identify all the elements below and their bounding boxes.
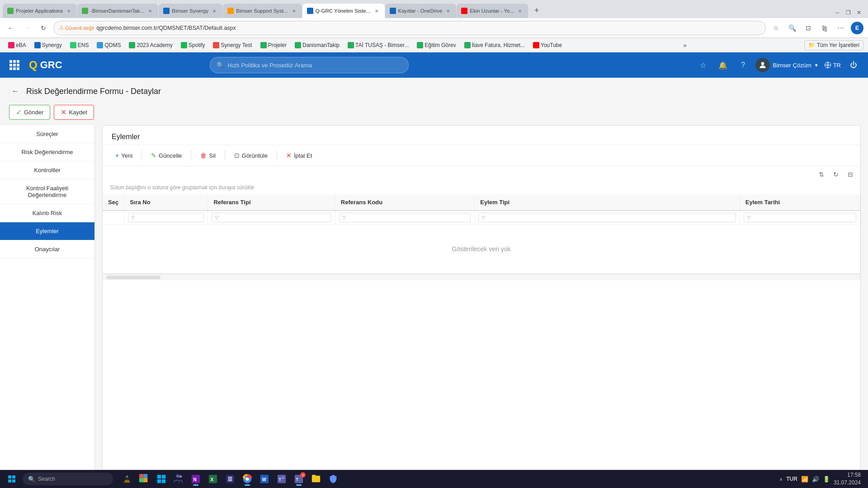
col-header-referans-kodu[interactable]: Referans Kodu <box>335 194 475 211</box>
bookmark-youtube[interactable]: YouTube <box>529 41 566 50</box>
tab-close[interactable]: ✕ <box>146 7 154 14</box>
update-button[interactable]: ✎ Güncelle <box>146 150 187 161</box>
filter-input-eylem-tipi[interactable]: ▽ <box>478 213 736 222</box>
delete-button[interactable]: 🗑 Sil <box>195 150 221 161</box>
tray-chevron-icon[interactable]: ∧ <box>779 477 783 482</box>
address-input[interactable]: ⚠ Güvenli değil qgrcdemo.bimser.com.tr/Q… <box>53 21 766 35</box>
tab-bimser-synergy[interactable]: Bimser Synergy ✕ <box>159 4 222 18</box>
sidebar-item-risk-degerlendirme[interactable]: Risk Değerlendirme <box>0 143 94 161</box>
col-header-eylem-tarihi[interactable]: Eylem Tarihi <box>740 194 860 211</box>
taskbar-search[interactable]: 🔍 Search <box>23 473 113 485</box>
favorite-icon-button[interactable]: ☆ <box>696 58 710 72</box>
sidebar-item-onaycılar[interactable]: Onaycılar <box>0 240 94 258</box>
user-menu-button[interactable]: Bimser Çözüm ▼ <box>755 58 818 72</box>
horizontal-scrollbar[interactable] <box>103 274 860 280</box>
search-input[interactable] <box>228 62 402 69</box>
taskbar-app-word[interactable]: W <box>257 471 272 487</box>
back-button[interactable]: ← <box>9 85 22 98</box>
tab-close[interactable]: ✕ <box>444 7 452 14</box>
col-header-referans-tipi[interactable]: Referans Tipi <box>208 194 335 211</box>
col-header-eylem-tipi[interactable]: Eylem Tipi <box>475 194 740 211</box>
bookmark-danisman[interactable]: DanismanTakip <box>291 41 343 50</box>
bookmark-tai[interactable]: TAİ TUSAŞ - Bimser... <box>344 41 412 50</box>
sidebar-item-eylemler[interactable]: Eylemler <box>0 222 94 240</box>
language-selector[interactable]: TR <box>824 61 841 69</box>
tab-bimser-support[interactable]: Bimser Support Syst... ✕ <box>223 4 302 18</box>
app-logo[interactable]: QGRC <box>29 59 62 71</box>
taskbar-app-chrome[interactable] <box>240 471 255 487</box>
bookmark-icon[interactable]: ⊡ <box>802 22 815 34</box>
profile-button[interactable]: E <box>851 22 863 34</box>
tray-battery-icon[interactable]: 🔋 <box>823 476 830 483</box>
sidebar-item-surecler[interactable]: Süreçler <box>0 125 94 143</box>
bookmark-ens[interactable]: ENS <box>66 41 93 50</box>
new-tab-button[interactable]: + <box>530 4 543 17</box>
filter-input-eylem-tarihi[interactable]: ▽ <box>744 213 856 222</box>
col-header-sira-no[interactable]: Sıra No <box>124 194 208 211</box>
tray-volume-icon[interactable]: 🔊 <box>812 476 819 483</box>
grid-refresh-icon[interactable]: ↻ <box>830 169 841 180</box>
taskbar-app-files[interactable] <box>308 471 324 487</box>
tab-close[interactable]: ✕ <box>516 7 524 14</box>
settings-icon[interactable]: ⋯ <box>835 22 847 34</box>
scrollbar-thumb[interactable] <box>106 276 160 279</box>
bookmark-egitim[interactable]: Eğitim Görev <box>413 41 459 50</box>
cancel-action-button[interactable]: ✕ İptal Et <box>281 150 317 161</box>
sidebar-item-kontrolller[interactable]: Kontrolller <box>0 161 94 179</box>
bookmarks-more-button[interactable]: » <box>680 40 689 50</box>
sidebar-item-kontrol-faaliyeti[interactable]: Kontrol Faaliyeti Değerlendirme <box>0 179 94 204</box>
taskbar-app-ship[interactable] <box>119 471 135 487</box>
sidebar-item-kalinti-risk[interactable]: Kalıntı Risk <box>0 204 94 222</box>
extensions-icon[interactable]: ⧎ <box>818 22 831 34</box>
filter-input-sira-no[interactable]: ▽ <box>128 213 204 222</box>
bookmark-spotify[interactable]: Spotify <box>177 41 209 50</box>
start-button[interactable] <box>4 471 20 487</box>
filter-input-referans-kodu[interactable]: ▽ <box>339 213 471 222</box>
taskbar-app-excel[interactable]: X <box>205 471 221 487</box>
new-button[interactable]: + Yeni <box>110 150 138 161</box>
taskbar-app-teams[interactable] <box>171 471 186 487</box>
star-icon[interactable]: ☆ <box>769 22 782 34</box>
bookmark-ilave[interactable]: İlave Fatura. Hizmet... <box>461 41 528 50</box>
zoom-icon[interactable]: 🔍 <box>786 22 798 34</box>
tab-close[interactable]: ✕ <box>373 7 380 14</box>
minimize-button[interactable]: ─ <box>834 9 841 16</box>
taskbar-app-colorpicker[interactable] <box>137 471 152 487</box>
tray-wifi-icon[interactable]: 📶 <box>801 476 808 483</box>
view-button[interactable]: ⊡ Görüntüle <box>229 150 273 161</box>
tab-projeler[interactable]: Projeler Applications ✕ <box>3 4 77 18</box>
taskbar-app-shield[interactable] <box>326 471 341 487</box>
taskbar-app-teams2[interactable]: T <box>274 471 289 487</box>
filter-input-referans-tipi[interactable]: ▽ <box>212 213 331 222</box>
taskbar-app-unknown[interactable] <box>222 471 238 487</box>
tab-onedrive[interactable]: Kayıtlar - OneDrive ✕ <box>385 4 457 18</box>
back-nav-button[interactable]: ← <box>5 22 17 34</box>
tab-qgrc-active[interactable]: Q-GRC Yönetim Siste... ✕ <box>302 4 385 18</box>
taskbar-app-onenote[interactable]: N <box>188 471 203 487</box>
close-button[interactable]: ✕ <box>855 9 863 16</box>
tab-youtube[interactable]: Ekin Uzunlar - Yo... ✕ <box>457 4 528 18</box>
grid-filter-icon[interactable]: ⇅ <box>816 169 827 180</box>
tab-close[interactable]: ✕ <box>65 7 72 14</box>
bookmark-qdms[interactable]: QDMS <box>93 41 124 50</box>
bookmark-2023[interactable]: 2023 Academy <box>125 41 176 50</box>
app-grid-button[interactable] <box>7 58 22 72</box>
bookmark-synergy[interactable]: Synergy <box>31 41 66 50</box>
power-button[interactable]: ⏻ <box>846 58 861 72</box>
taskbar-app-teams-badge[interactable]: T 2 <box>291 471 307 487</box>
bookmarks-folder-button[interactable]: 📁 Tüm Yer İşaretleri <box>804 40 863 50</box>
tray-language[interactable]: TUR <box>786 476 797 482</box>
help-icon-button[interactable]: ? <box>736 58 750 72</box>
taskbar-app-windows[interactable] <box>154 471 169 487</box>
notification-icon-button[interactable]: 🔔 <box>716 58 730 72</box>
grid-export-icon[interactable]: ⊟ <box>845 169 856 180</box>
bookmark-eba[interactable]: eBA <box>5 41 30 50</box>
bookmark-projeler[interactable]: Projeler <box>257 41 290 50</box>
restore-button[interactable]: ❐ <box>844 9 852 16</box>
bookmark-syntest[interactable]: Synergy Test <box>209 41 255 50</box>
send-button[interactable]: ✓ Gönder <box>9 105 50 120</box>
tab-bimser-danisman[interactable]: -BimserDanismanTak... ✕ <box>77 4 158 18</box>
reload-button[interactable]: ↻ <box>37 22 50 34</box>
save-button[interactable]: ✕ Kaydet <box>54 105 94 120</box>
forward-nav-button[interactable]: → <box>21 22 33 34</box>
